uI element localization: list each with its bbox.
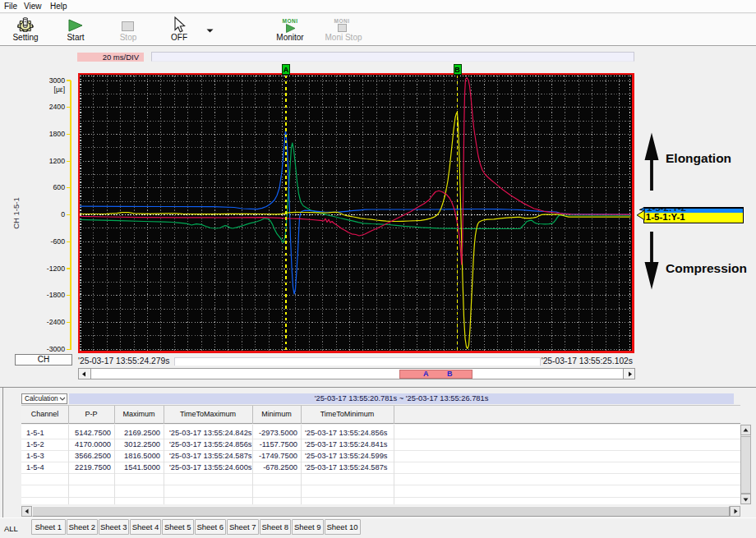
svg-text:B: B bbox=[454, 66, 460, 74]
svg-text:1-5-1:Y-1: 1-5-1:Y-1 bbox=[646, 212, 686, 222]
svg-text:A: A bbox=[284, 66, 289, 74]
